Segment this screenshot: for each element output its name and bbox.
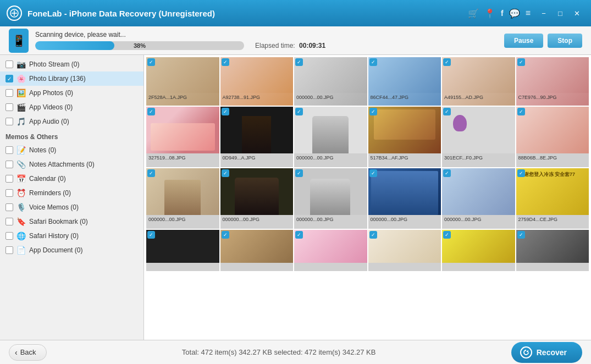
photo-checkbox[interactable]: ✓ xyxy=(369,108,377,115)
sidebar-item-photo-stream[interactable]: 📷 Photo Stream (0) xyxy=(0,57,143,71)
sidebar-item-notes[interactable]: 📝 Notes (0) xyxy=(0,143,143,157)
photo-item[interactable]: ✓ xyxy=(516,230,589,271)
checkbox-notes[interactable] xyxy=(5,146,13,154)
photo-checkbox[interactable]: ✓ xyxy=(517,108,525,115)
back-button[interactable]: ‹ Back xyxy=(9,344,47,361)
photo-checkbox[interactable]: ✓ xyxy=(295,169,303,177)
photo-item[interactable]: ✓ 感谢您登入冷冻 安全套77 2759D4...CE.JPG xyxy=(516,168,589,229)
photo-item[interactable]: ✓ 0D949...A.JPG xyxy=(220,107,294,167)
photo-item[interactable]: ✓ A92738...91.JPG xyxy=(220,57,294,106)
photo-item[interactable]: ✓ 000000...00.JPG xyxy=(368,168,441,229)
photo-item[interactable]: ✓ 000000...00.JPG xyxy=(442,168,515,229)
elapsed-text: Elapsed time: 00:09:31 xyxy=(255,42,325,49)
photo-item[interactable]: ✓ 000000...00.JPG xyxy=(294,168,367,229)
photo-item[interactable]: ✓ 327519...08.JPG xyxy=(146,107,219,167)
sidebar-item-safari-history[interactable]: 🌐 Safari History (0) xyxy=(0,229,143,243)
photo-checkbox[interactable]: ✓ xyxy=(147,58,155,66)
sidebar-item-app-document[interactable]: 📄 App Document (0) xyxy=(0,243,143,257)
menu-icon[interactable]: ≡ xyxy=(526,8,531,18)
window-controls: − □ ✕ xyxy=(536,5,584,21)
photo-item[interactable]: ✓ xyxy=(220,230,294,271)
sidebar: 📷 Photo Stream (0) ✓ 🌸 Photo Library (13… xyxy=(0,55,144,340)
checkbox-voice-memos[interactable] xyxy=(5,203,13,211)
checkbox-app-videos[interactable] xyxy=(5,103,13,111)
pin-icon[interactable]: 📍 xyxy=(484,8,495,19)
sidebar-item-app-photos[interactable]: 🖼️ App Photos (0) xyxy=(0,86,143,100)
chat-icon[interactable]: 💬 xyxy=(509,8,520,19)
photo-item[interactable]: ✓ xyxy=(442,230,515,271)
sidebar-item-app-videos[interactable]: 🎬 App Videos (0) xyxy=(0,100,143,114)
photo-item[interactable]: ✓ A49155...AD.JPG xyxy=(442,57,515,106)
photo-item[interactable]: ✓ 88B06B...8E.JPG xyxy=(516,107,589,167)
close-button[interactable]: ✕ xyxy=(569,5,584,21)
checkbox-photo-library[interactable]: ✓ xyxy=(5,75,13,82)
label-safari-bookmark: Safari Bookmark (0) xyxy=(29,218,88,225)
checkbox-calendar[interactable] xyxy=(5,175,13,183)
photo-item[interactable]: ✓ C7E976...90.JPG xyxy=(516,57,589,106)
sidebar-item-app-audio[interactable]: 🎵 App Audio (0) xyxy=(0,114,143,129)
photo-checkbox[interactable]: ✓ xyxy=(295,108,303,115)
checkbox-app-photos[interactable] xyxy=(5,89,13,97)
checkbox-photo-stream[interactable] xyxy=(5,60,13,68)
photo-checkbox[interactable]: ✓ xyxy=(147,169,155,177)
photo-checkbox[interactable]: ✓ xyxy=(147,231,155,239)
photo-checkbox[interactable]: ✓ xyxy=(295,231,303,239)
recover-icon xyxy=(520,346,532,359)
voice-memos-icon: 🎙️ xyxy=(16,203,26,212)
photo-checkbox[interactable]: ✓ xyxy=(369,231,377,239)
photo-checkbox[interactable]: ✓ xyxy=(517,169,525,177)
photo-checkbox[interactable]: ✓ xyxy=(443,231,451,239)
maximize-button[interactable]: □ xyxy=(553,5,568,21)
photo-checkbox[interactable]: ✓ xyxy=(147,108,155,115)
sidebar-item-calendar[interactable]: 📅 Calendar (0) xyxy=(0,172,143,186)
checkbox-safari-bookmark[interactable] xyxy=(5,218,13,225)
label-app-photos: App Photos (0) xyxy=(29,89,73,97)
sidebar-item-reminders[interactable]: ⏰ Reminders (0) xyxy=(0,186,143,200)
sidebar-item-notes-attachments[interactable]: 📎 Notes Attachments (0) xyxy=(0,157,143,172)
photo-item[interactable]: ✓ 000000...00.JPG xyxy=(294,107,367,167)
photo-item[interactable]: ✓ 86CF44...47.JPG xyxy=(368,57,441,106)
sidebar-item-safari-bookmark[interactable]: 🔖 Safari Bookmark (0) xyxy=(0,214,143,229)
checkbox-reminders[interactable] xyxy=(5,189,13,197)
photo-checkbox[interactable]: ✓ xyxy=(517,58,525,66)
photo-checkbox[interactable]: ✓ xyxy=(222,169,229,177)
photo-item[interactable]: ✓ 000000...00.JPG xyxy=(220,168,294,229)
photo-item[interactable]: ✓ xyxy=(368,230,441,271)
photo-checkbox[interactable]: ✓ xyxy=(443,108,451,115)
checkbox-safari-history[interactable] xyxy=(5,232,13,240)
photo-checkbox[interactable]: ✓ xyxy=(222,58,229,66)
photo-item[interactable]: ✓ 000000...00.JPG xyxy=(294,57,367,106)
photo-label: 88B06B...8E.JPG xyxy=(517,154,559,161)
photo-item[interactable]: ✓ 517B34...AF.JPG xyxy=(368,107,441,167)
photo-checkbox[interactable]: ✓ xyxy=(517,231,525,239)
label-notes: Notes (0) xyxy=(29,146,56,154)
checkbox-app-document[interactable] xyxy=(5,246,13,254)
checkbox-notes-attachments[interactable] xyxy=(5,161,13,168)
photo-checkbox[interactable]: ✓ xyxy=(222,108,229,115)
facebook-icon[interactable]: f xyxy=(501,9,504,18)
stop-button[interactable]: Stop xyxy=(548,34,582,48)
photo-checkbox[interactable]: ✓ xyxy=(222,231,229,239)
photo-checkbox[interactable]: ✓ xyxy=(369,169,377,177)
photo-item[interactable]: ✓ xyxy=(146,230,219,271)
sidebar-item-photo-library[interactable]: ✓ 🌸 Photo Library (136) xyxy=(0,71,143,86)
photo-item[interactable]: ✓ 301ECF...F0.JPG xyxy=(442,107,515,167)
photo-checkbox[interactable]: ✓ xyxy=(443,58,451,66)
minimize-button[interactable]: − xyxy=(536,5,551,21)
label-reminders: Reminders (0) xyxy=(29,189,71,197)
photo-checkbox[interactable]: ✓ xyxy=(443,169,451,177)
sidebar-item-voice-memos[interactable]: 🎙️ Voice Memos (0) xyxy=(0,200,143,214)
pause-button[interactable]: Pause xyxy=(504,34,543,48)
photo-checkbox[interactable]: ✓ xyxy=(295,58,303,66)
photo-item[interactable]: ✓ xyxy=(294,230,367,271)
photo-checkbox[interactable]: ✓ xyxy=(369,58,377,66)
cart-icon[interactable]: 🛒 xyxy=(468,8,479,19)
back-arrow-icon: ‹ xyxy=(15,348,18,357)
recover-button[interactable]: Recover xyxy=(511,342,582,363)
label-calendar: Calendar (0) xyxy=(29,175,66,183)
photo-item[interactable]: ✓ 2F528A...1A.JPG xyxy=(146,57,219,106)
bottom-bar: ‹ Back Total: 472 item(s) 342.27 KB sele… xyxy=(0,340,591,364)
reminders-icon: ⏰ xyxy=(16,189,26,197)
checkbox-app-audio[interactable] xyxy=(5,118,13,125)
photo-item[interactable]: ✓ 000000...00.JPG xyxy=(146,168,219,229)
